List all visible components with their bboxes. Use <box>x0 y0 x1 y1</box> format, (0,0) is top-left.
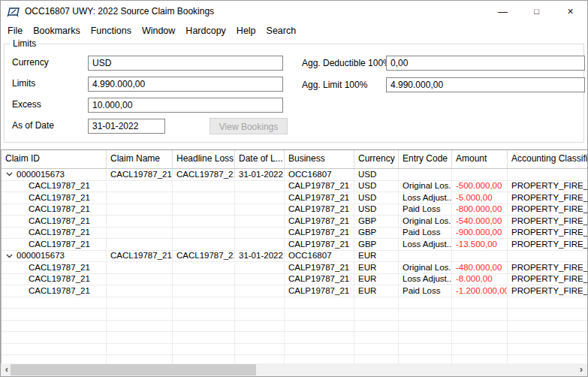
cell: EUR <box>354 285 399 297</box>
limits-label: Limits <box>12 78 35 89</box>
cell <box>2 297 107 309</box>
excess-field[interactable] <box>88 98 283 113</box>
column-header[interactable]: Claim ID <box>2 150 107 168</box>
cell <box>235 192 285 204</box>
cell <box>107 321 173 333</box>
chevron-down-icon[interactable] <box>6 172 13 176</box>
table-row[interactable]: 0000015673CACL19787_21CACL19787_2131-01-… <box>2 251 588 263</box>
view-bookings-button[interactable]: View Bookings <box>210 118 288 134</box>
cell <box>173 192 235 204</box>
menu-bar: FileBookmarksFunctionsWindowHardcopyHelp… <box>1 22 587 39</box>
menu-item-search[interactable]: Search <box>261 26 302 36</box>
currency-field[interactable] <box>88 56 283 71</box>
cell <box>235 309 285 321</box>
table-row[interactable]: CACL19787_21CALP19787_21EUROriginal Los.… <box>2 262 588 274</box>
app-window: OCC16807 UWY: 2022 Source Claim Bookings… <box>0 0 588 377</box>
table-row[interactable]: CACL19787_21CALP19787_21USDOriginal Los.… <box>2 181 588 193</box>
cell: Loss Adjust... <box>399 192 452 204</box>
chevron-down-icon[interactable] <box>6 254 13 258</box>
cell <box>354 332 399 344</box>
cell: PROPERTY_FIRE_C <box>508 285 588 297</box>
cell: CACL19787_21 <box>2 216 107 228</box>
table-row[interactable]: CACL19787_21CALP19787_21EURLoss Adjust..… <box>2 274 588 286</box>
table-row[interactable]: CACL19787_21CALP19787_21USDPaid Loss-800… <box>2 204 588 216</box>
table-row[interactable]: CACL19787_21CALP19787_21USDLoss Adjust..… <box>2 192 588 204</box>
column-header[interactable]: Business <box>285 150 354 168</box>
column-header[interactable]: Accounting Classific... <box>508 150 588 168</box>
table-row[interactable]: CACL19787_21CALP19787_21GBPOriginal Los.… <box>2 216 588 228</box>
cell <box>107 309 173 321</box>
menu-item-help[interactable]: Help <box>231 26 261 36</box>
agg-deductible-field[interactable] <box>386 56 585 71</box>
title-bar: OCC16807 UWY: 2022 Source Claim Bookings… <box>1 1 587 22</box>
column-header[interactable]: Entry Code <box>399 150 452 168</box>
column-header[interactable]: Currency <box>354 150 399 168</box>
table-row[interactable]: CACL19787_21CALP19787_21GBPLoss Adjust..… <box>2 239 588 251</box>
maximize-icon[interactable]: □ <box>520 1 553 22</box>
close-icon[interactable]: ✕ <box>553 1 587 22</box>
scrollbar-thumb[interactable] <box>11 364 256 375</box>
empty-row <box>2 344 588 356</box>
cell <box>285 332 354 344</box>
cell <box>399 251 452 263</box>
table-row[interactable]: CACL19787_21CALP19787_21GBPPaid Loss-900… <box>2 228 588 240</box>
cell <box>107 181 173 193</box>
minimize-icon[interactable]: — <box>486 1 520 22</box>
cell: Loss Adjust... <box>399 239 452 251</box>
table-row[interactable]: 0000015673CACL19787_21CACL19787_2131-01-… <box>2 169 588 181</box>
cell <box>173 285 235 297</box>
cell <box>235 332 285 344</box>
cell: -1.200.000,00 <box>452 285 508 297</box>
cell: 31-01-2022 <box>235 251 285 263</box>
cell: GBP <box>354 228 399 240</box>
cell: CALP19787_21 <box>285 181 354 193</box>
cell: -480.000,00 <box>452 262 508 274</box>
column-header[interactable]: Claim Name <box>107 150 173 168</box>
horizontal-scrollbar[interactable]: ‹ › <box>1 363 587 376</box>
cell: USD <box>354 181 399 193</box>
cell <box>235 216 285 228</box>
scroll-right-icon[interactable]: › <box>575 363 587 376</box>
cell: CACL19787_21 <box>173 169 235 181</box>
cell <box>285 309 354 321</box>
cell: CALP19787_21 <box>285 239 354 251</box>
column-header[interactable]: Date of L... <box>235 150 285 168</box>
cell: EUR <box>354 262 399 274</box>
cell: Paid Loss <box>399 228 452 240</box>
cell <box>508 251 588 263</box>
cell: Loss Adjust... <box>399 274 452 286</box>
empty-row <box>2 297 588 309</box>
cell: -13.500,00 <box>452 239 508 251</box>
menu-item-file[interactable]: File <box>2 26 28 36</box>
as-of-date-field[interactable] <box>88 119 165 134</box>
cell: Original Los... <box>399 216 452 228</box>
cell <box>508 309 588 321</box>
cell: CACL19787_21 <box>2 204 107 216</box>
table-row[interactable]: CACL19787_21CALP19787_21EURPaid Loss-1.2… <box>2 285 588 297</box>
column-header[interactable]: Headline Loss <box>173 150 235 168</box>
cell: Original Los... <box>399 181 452 193</box>
limits-field[interactable] <box>88 77 283 92</box>
menu-item-hardcopy[interactable]: Hardcopy <box>180 26 231 36</box>
cell: PROPERTY_FIRE_C <box>508 192 588 204</box>
column-header[interactable]: Amount <box>452 150 508 168</box>
cell <box>2 321 107 333</box>
cell: USD <box>354 169 399 181</box>
cell: USD <box>354 204 399 216</box>
cell <box>173 228 235 240</box>
cell: OCC16807 <box>285 169 354 181</box>
cell <box>107 344 173 356</box>
cell <box>285 297 354 309</box>
cell: PROPERTY_FIRE_C <box>508 204 588 216</box>
cell: -500.000,00 <box>452 181 508 193</box>
cell: USD <box>354 192 399 204</box>
cell: -800.000,00 <box>452 204 508 216</box>
cell <box>452 169 508 181</box>
menu-item-bookmarks[interactable]: Bookmarks <box>28 26 86 36</box>
menu-item-functions[interactable]: Functions <box>86 26 137 36</box>
cell: PROPERTY_FIRE_C <box>508 216 588 228</box>
agg-limit-field[interactable] <box>386 77 585 92</box>
cell: PROPERTY_FIRE_C <box>508 274 588 286</box>
grid-header-row: Claim IDClaim NameHeadline LossDate of L… <box>2 150 588 169</box>
menu-item-window[interactable]: Window <box>137 26 180 36</box>
